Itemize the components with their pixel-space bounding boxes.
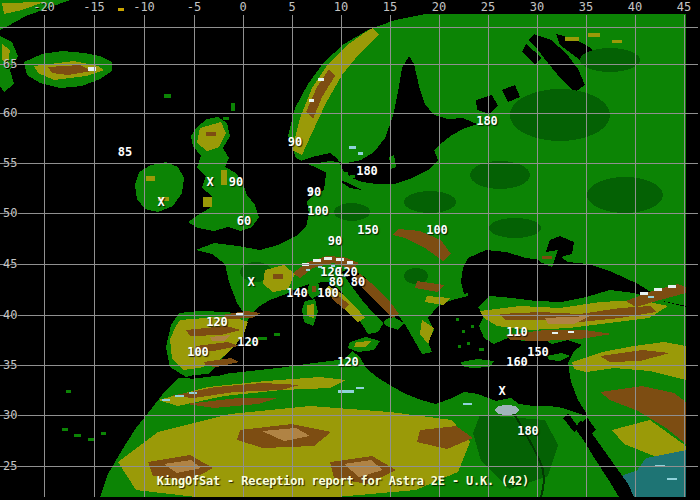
longitude-label: 35 [579,1,593,14]
grid-line-latitude [0,466,698,467]
reception-value: 120 [337,356,359,368]
reception-value: 180 [356,165,378,177]
reception-value: 150 [357,224,379,236]
grid-line-latitude [0,315,698,316]
reception-value: 100 [426,224,448,236]
x-mark: X [247,276,254,288]
map-title: KingOfSat - Reception report for Astra 2… [0,474,686,488]
reception-value: 140 [286,287,308,299]
reception-value: 180 [476,115,498,127]
grid-line-longitude [292,15,293,497]
longitude-label: -10 [133,1,155,14]
reception-value: 90 [328,235,342,247]
reception-value: 90 [307,186,321,198]
latitude-label: 30 [3,409,17,422]
grid-line-longitude [684,15,685,497]
latitude-label: 65 [3,58,17,71]
grid-line-longitude [194,15,195,497]
grid-line-longitude [439,15,440,497]
reception-value: 80 [351,276,365,288]
longitude-label: 45 [677,1,691,14]
grid-line-latitude [0,163,698,164]
grid-line-latitude [0,27,698,28]
reception-value: 100 [307,205,329,217]
x-mark: X [157,196,164,208]
reception-value: 160 [506,356,528,368]
reception-value: 90 [288,136,302,148]
longitude-label: 20 [432,1,446,14]
longitude-label: 10 [334,1,348,14]
grid-line-longitude [44,15,45,497]
grid-line-longitude [144,15,145,497]
reception-map: -20-15-10-505101520253035404565605550454… [0,0,700,500]
longitude-label: 40 [628,1,642,14]
reception-value: 110 [506,326,528,338]
grid-line-longitude [488,15,489,497]
longitude-label: 0 [239,1,246,14]
reception-value: 180 [517,425,539,437]
terrain-map [0,0,700,500]
x-mark: X [206,176,213,188]
x-mark: X [498,385,505,397]
grid-line-longitude [243,15,244,497]
longitude-label: 5 [288,1,295,14]
longitude-label: -20 [33,1,55,14]
latitude-label: 50 [3,207,17,220]
latitude-label: 60 [3,107,17,120]
latitude-label: 25 [3,460,17,473]
longitude-label: 15 [383,1,397,14]
grid-line-longitude [586,15,587,497]
grid-line-longitude [94,15,95,497]
reception-value: 100 [317,287,339,299]
grid-line-longitude [341,15,342,497]
latitude-label: 40 [3,309,17,322]
reception-value: 90 [229,176,243,188]
grid-line-longitude [635,15,636,497]
grid-line-longitude [390,15,391,497]
latitude-label: 35 [3,359,17,372]
reception-value: 85 [118,146,132,158]
reception-value: 60 [237,215,251,227]
yellow-tick [118,8,124,11]
reception-value: 120 [206,316,228,328]
longitude-label: 25 [481,1,495,14]
grid-line-latitude [0,64,698,65]
reception-value: 150 [527,346,549,358]
grid-line-latitude [0,113,698,114]
longitude-label: -5 [187,1,201,14]
reception-value: 100 [187,346,209,358]
longitude-label: 30 [530,1,544,14]
latitude-label: 45 [3,258,17,271]
reception-value: 120 [237,336,259,348]
grid-line-latitude [0,415,698,416]
longitude-label: -15 [83,1,105,14]
latitude-label: 55 [3,157,17,170]
grid-line-latitude [0,213,698,214]
